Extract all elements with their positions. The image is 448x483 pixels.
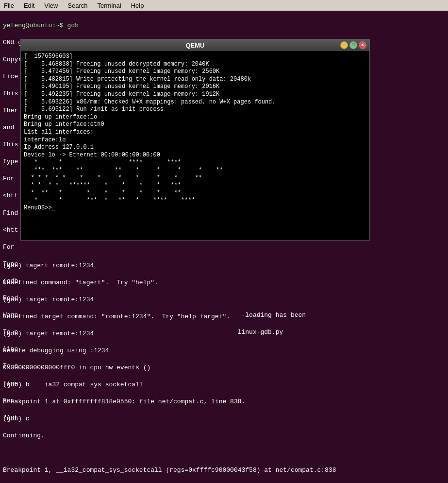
qemu-log-line-6: [ 5.492235] Freeing unused kernel image …	[24, 91, 219, 98]
qemu-titlebar: QEMU − □ ×	[21, 39, 369, 51]
cmd-remote: (gdb) target remote:1234	[3, 330, 94, 337]
for-line1: For	[3, 175, 18, 182]
terminal-output-after-qemu: (gdb) tagert romote:1234 Undefined comma…	[0, 253, 339, 483]
qemu-window: QEMU − □ × [ 1576596603] [ 5.468838] Fre…	[20, 39, 370, 241]
cmd-breakpoint: (gdb) b __ia32_compat_sys_socketcall	[3, 381, 143, 388]
qemu-window-controls[interactable]: − □ ×	[340, 41, 366, 49]
qemu-boot-line-6: Device lo -> Ethernet 00:00:00:00:00:00	[24, 152, 160, 158]
qemu-log-line-8: [ 5.695122] Run /init as init process	[24, 106, 164, 113]
prompt-line: yefeng@ubuntu:~$ gdb	[3, 22, 79, 29]
ascii-art-line-4: * * * * ****** * * * * ***	[24, 182, 181, 189]
qemu-boot-line-1: Bring up interface:lo	[24, 114, 97, 121]
ascii-art-line-5: * ** * * * * * * **	[24, 190, 181, 196]
find-line: Find	[3, 209, 18, 217]
qemu-boot-line-2: Bring up interface:eth0	[24, 121, 104, 128]
out-bp1: Breakpoint 1, __ia32_compat_sys_socketca…	[3, 466, 336, 474]
blank1	[3, 449, 7, 457]
this-line2: This	[3, 141, 18, 148]
maximize-button[interactable]: □	[349, 41, 357, 49]
qemu-log-line-3: [ 5.479456] Freeing unused kernel image …	[24, 68, 219, 75]
and-line: and	[3, 124, 18, 131]
qemu-log-line-1: [ 1576596603]	[24, 53, 73, 60]
ascii-art-line-1: * * **** ****	[24, 159, 181, 166]
qemu-title: QEMU	[186, 42, 205, 49]
this-line1: This	[3, 90, 18, 97]
out-addr: 0x0000000000000fff0 in cpu_hw_events ()	[3, 364, 150, 371]
err-romote: Undefined target command: "romote:1234".…	[3, 313, 230, 320]
htt-line1: <htt	[3, 192, 18, 199]
qemu-menu-prompt: MenuOS>>_	[24, 205, 55, 211]
ascii-art-line-6: * * *** * ** * **** ****	[24, 197, 195, 204]
cmd-tagert: (gdb) tagert romote:1234	[3, 262, 94, 269]
qemu-log-line-5: [ 5.490195] Freeing unused kernel image …	[24, 83, 219, 90]
out-remote-debug: Remote debugging using :1234	[3, 347, 109, 354]
ther-line: Ther	[3, 107, 18, 114]
qemu-boot-line-5: Ip Address 127.0.0.1	[24, 144, 94, 151]
menu-view[interactable]: View	[42, 1, 60, 10]
qemu-boot-line-3: List all interfaces:	[24, 129, 94, 136]
qemu-log-line-4: [ 5.482815] Write protecting the kernel …	[24, 76, 251, 83]
err-tagert: Undefined command: "tagert". Try "help".	[3, 279, 158, 286]
cmd-c1: (gdb) c	[3, 415, 30, 422]
menu-help[interactable]: Help	[129, 1, 146, 10]
terminal-background: yefeng@ubuntu:~$ gdb GNU gdb (Ubuntu 8.1…	[0, 11, 448, 483]
qemu-content[interactable]: [ 1576596603] [ 5.468838] Freeing unused…	[21, 51, 369, 240]
close-button[interactable]: ×	[359, 41, 366, 49]
lice-line: Lice	[3, 73, 18, 80]
ascii-art-line-3: * * * * * * * * * * * **	[24, 174, 202, 181]
minimize-button[interactable]: −	[340, 41, 348, 49]
menu-terminal[interactable]: Terminal	[96, 1, 123, 10]
menu-edit[interactable]: Edit	[22, 1, 36, 10]
out-continuing1: Continuing.	[3, 432, 45, 439]
out-breakpoint: Breakpoint 1 at 0xffffffff818e0550: file…	[3, 398, 245, 405]
qemu-log-line-7: [ 5.693226] x86/mm: Checked W+X mappings…	[24, 99, 275, 105]
menu-bar: File Edit View Search Terminal Help	[0, 0, 448, 11]
for-line2: For	[3, 243, 18, 251]
ascii-art-line-2: *** *** ** ** * * * * **	[24, 167, 223, 173]
qemu-log-line-2: [ 5.468838] Freeing unused decrypted mem…	[24, 61, 209, 68]
htt-line2: <htt	[3, 226, 18, 234]
menu-search[interactable]: Search	[66, 1, 89, 10]
qemu-boot-line-4: interface:lo	[24, 137, 66, 143]
cmd-romote: (gdb) target romote:1234	[3, 296, 94, 303]
menu-file[interactable]: File	[2, 1, 16, 10]
type-line1: Type	[3, 158, 18, 165]
